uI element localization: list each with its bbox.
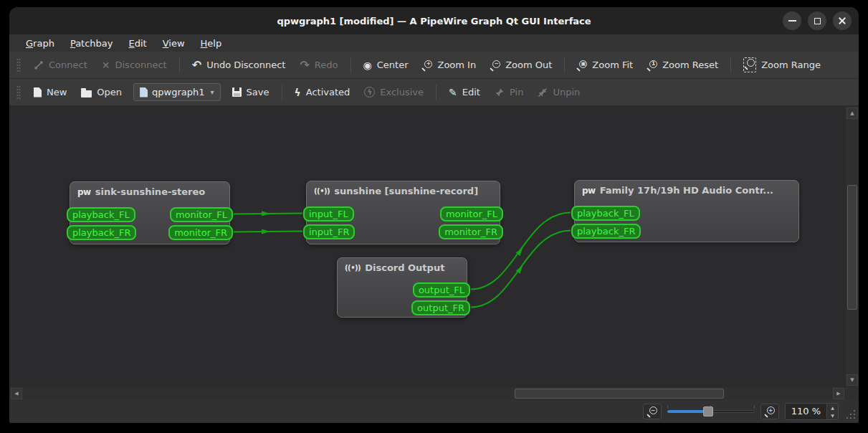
zoom-in-sign: +: [767, 406, 775, 414]
slider-tick: [667, 405, 668, 409]
redo-icon: ↷: [300, 60, 309, 71]
disconnect-icon: ✕: [102, 60, 110, 70]
node-sunshine[interactable]: ((•)) sunshine [sunshine-record] input_F…: [306, 181, 500, 244]
node-sink-sunshine-stereo[interactable]: pw sink-sunshine-stereo playback_FL play…: [70, 181, 230, 244]
vertical-scrollbar-thumb[interactable]: [847, 185, 857, 310]
status-zoom-in-button[interactable]: +: [760, 404, 779, 419]
zoom-out-button[interactable]: − Zoom Out: [483, 54, 559, 75]
new-document-icon: [34, 87, 42, 97]
minimize-button[interactable]: [783, 11, 801, 30]
wire-arrow: [262, 211, 270, 217]
connect-button[interactable]: Connect: [27, 54, 95, 75]
scroll-right-button[interactable]: ▶: [833, 388, 844, 399]
scroll-left-button[interactable]: ◀: [11, 388, 22, 399]
edit-button[interactable]: ✎ Edit: [442, 82, 487, 103]
file-toolbar: New Open qpwgraph1 ▾ Save ϟ Activated ϟ …: [9, 79, 859, 106]
port-playback_FR[interactable]: playback_FR: [571, 224, 641, 239]
redo-label: Redo: [315, 60, 338, 70]
zoom-reset-label: Zoom Reset: [662, 60, 718, 70]
zoom-reset-button[interactable]: 1 Zoom Reset: [640, 54, 725, 75]
zoom-fit-button[interactable]: ▣ Zoom Fit: [570, 54, 640, 75]
center-button[interactable]: ◉ Center: [356, 54, 416, 75]
node-title-label: sink-sunshine-stereo: [95, 186, 206, 197]
horizontal-scrollbar[interactable]: ◀ ▶: [9, 387, 846, 400]
zoom-value[interactable]: 110 %: [786, 404, 826, 419]
session-name: qpwgraph1: [152, 87, 204, 97]
toolbar-drag-handle[interactable]: [16, 58, 21, 72]
menu-edit[interactable]: Edit: [123, 37, 153, 50]
maximize-button[interactable]: [808, 11, 826, 30]
activated-button[interactable]: ϟ Activated: [287, 82, 358, 103]
node-header[interactable]: ((•)) Discord Output: [338, 258, 467, 277]
save-button[interactable]: Save: [225, 82, 277, 103]
session-combobox[interactable]: qpwgraph1 ▾: [133, 83, 221, 101]
exclusive-bolt-icon: ϟ: [364, 87, 375, 97]
scroll-up-button[interactable]: ▲: [846, 108, 858, 119]
zoom-slider-handle[interactable]: [703, 406, 713, 417]
node-title-label: sunshine [sunshine-record]: [334, 186, 478, 196]
exclusive-button[interactable]: ϟ Exclusive: [357, 82, 431, 103]
unpin-button[interactable]: Unpin: [530, 82, 587, 103]
zoom-fit-sign: ▣: [579, 60, 587, 68]
exclusive-bolt-glyph: ϟ: [367, 88, 372, 96]
zoom-spinbox[interactable]: 110 % ▲ ▼: [785, 403, 839, 420]
zoom-spinners: ▲ ▼: [826, 404, 838, 419]
toolbar-separator: [179, 57, 180, 73]
new-label: New: [47, 87, 67, 97]
spin-down-icon: ▼: [831, 413, 834, 418]
node-family-hd-audio[interactable]: pw Family 17h/19h HD Audio Contr... play…: [574, 180, 799, 242]
port-playback_FL[interactable]: playback_FL: [571, 206, 640, 221]
port-monitor_FL[interactable]: monitor_FL: [170, 207, 233, 222]
save-label: Save: [247, 87, 270, 97]
titlebar[interactable]: qpwgraph1 [modified] — A PipeWire Graph …: [9, 7, 859, 34]
unpin-icon: [538, 87, 548, 97]
vertical-scrollbar[interactable]: ▲ ▼: [846, 106, 859, 387]
toolbar-drag-handle[interactable]: [16, 85, 21, 100]
zoom-in-button[interactable]: + Zoom In: [415, 54, 483, 75]
menu-view[interactable]: View: [156, 37, 191, 50]
zoom-range-button[interactable]: Zoom Range: [736, 52, 828, 77]
zoom-slider-track-empty[interactable]: [707, 410, 755, 413]
wire-arrow: [262, 229, 270, 234]
open-button[interactable]: Open: [74, 82, 129, 103]
node-discord-output[interactable]: ((•)) Discord Output output_FL output_FR: [337, 257, 467, 318]
port-output_FL[interactable]: output_FL: [413, 282, 470, 298]
menu-patchbay[interactable]: Patchbay: [64, 37, 120, 50]
port-input_FR[interactable]: input_FR: [303, 224, 355, 239]
zoom-slider[interactable]: [667, 404, 755, 419]
menubar: Graph Patchbay Edit View Help: [9, 34, 859, 52]
zoom-slider-track-filled[interactable]: [667, 410, 707, 413]
node-header[interactable]: pw sink-sunshine-stereo: [70, 182, 229, 201]
port-playback_FR[interactable]: playback_FR: [67, 225, 136, 240]
menu-help[interactable]: Help: [194, 37, 229, 50]
horizontal-scrollbar-thumb[interactable]: [515, 389, 724, 399]
maximize-icon: [814, 18, 821, 24]
scroll-up-icon: ▲: [850, 110, 854, 116]
zoom-range-icon: [743, 57, 756, 72]
port-playback_FL[interactable]: playback_FL: [67, 207, 135, 222]
port-monitor_FR[interactable]: monitor_FR: [168, 225, 233, 240]
port-output_FR[interactable]: output_FR: [411, 300, 470, 315]
menu-graph[interactable]: Graph: [19, 37, 61, 50]
spin-down-button[interactable]: ▼: [827, 411, 838, 419]
undo-button[interactable]: ↶ Undo Disconnect: [185, 54, 293, 76]
pin-button[interactable]: Pin: [487, 82, 530, 103]
disconnect-button[interactable]: ✕ Disconnect: [95, 54, 174, 75]
close-button[interactable]: [833, 11, 852, 30]
zoom-in-icon: +: [422, 60, 432, 70]
scroll-down-button[interactable]: ▼: [846, 374, 858, 386]
graph-canvas[interactable]: pw sink-sunshine-stereo playback_FL play…: [9, 106, 846, 387]
status-zoom-out-button[interactable]: −: [643, 404, 662, 419]
port-monitor_FR[interactable]: monitor_FR: [439, 224, 503, 239]
node-header[interactable]: ((•)) sunshine [sunshine-record]: [307, 181, 500, 201]
port-input_FL[interactable]: input_FL: [303, 206, 354, 222]
new-button[interactable]: New: [27, 82, 74, 103]
node-header[interactable]: pw Family 17h/19h HD Audio Contr...: [575, 181, 798, 200]
graph-toolbar: Connect ✕ Disconnect ↶ Undo Disconnect ↷…: [9, 52, 859, 79]
zoom-range-lens: [745, 59, 755, 69]
window-resize-grip[interactable]: [846, 410, 856, 419]
spin-up-button[interactable]: ▲: [827, 404, 838, 411]
redo-button[interactable]: ↷ Redo: [292, 54, 345, 76]
zoom-range-label: Zoom Range: [761, 60, 821, 70]
port-monitor_FL[interactable]: monitor_FL: [440, 206, 503, 222]
